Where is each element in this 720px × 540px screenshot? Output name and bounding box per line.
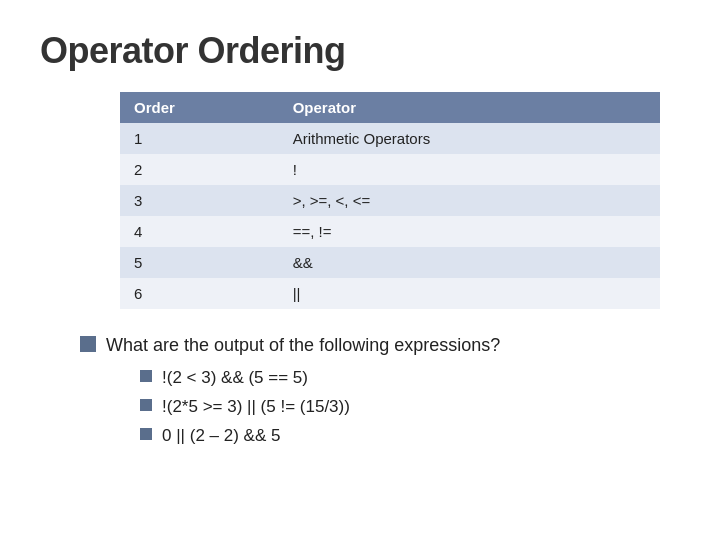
cell-order: 5: [120, 247, 279, 278]
cell-operator: &&: [279, 247, 660, 278]
table-container: Order Operator 1Arithmetic Operators2!3>…: [120, 92, 660, 309]
content-section: What are the output of the following exp…: [80, 333, 680, 448]
table-row: 1Arithmetic Operators: [120, 123, 660, 154]
cell-operator: !: [279, 154, 660, 185]
table-row: 3>, >=, <, <=: [120, 185, 660, 216]
operator-table: Order Operator 1Arithmetic Operators2!3>…: [120, 92, 660, 309]
sub-bullet-text: !(2*5 >= 3) || (5 != (15/3)): [162, 395, 350, 419]
sub-bullet-text: !(2 < 3) && (5 == 5): [162, 366, 308, 390]
sub-bullet-item: !(2 < 3) && (5 == 5): [140, 366, 680, 390]
cell-order: 3: [120, 185, 279, 216]
cell-operator: ||: [279, 278, 660, 309]
cell-operator: ==, !=: [279, 216, 660, 247]
main-bullet-text: What are the output of the following exp…: [106, 333, 500, 358]
sub-bullet-text: 0 || (2 – 2) && 5: [162, 424, 280, 448]
sub-bullet-item: 0 || (2 – 2) && 5: [140, 424, 680, 448]
sub-bullets-container: !(2 < 3) && (5 == 5)!(2*5 >= 3) || (5 !=…: [140, 366, 680, 447]
col-header-order: Order: [120, 92, 279, 123]
cell-operator: >, >=, <, <=: [279, 185, 660, 216]
table-header-row: Order Operator: [120, 92, 660, 123]
cell-order: 4: [120, 216, 279, 247]
page: Operator Ordering Order Operator 1Arithm…: [0, 0, 720, 540]
table-row: 6||: [120, 278, 660, 309]
cell-order: 6: [120, 278, 279, 309]
main-bullet-icon: [80, 336, 96, 352]
page-title: Operator Ordering: [40, 30, 680, 72]
cell-operator: Arithmetic Operators: [279, 123, 660, 154]
table-row: 4==, !=: [120, 216, 660, 247]
cell-order: 2: [120, 154, 279, 185]
cell-order: 1: [120, 123, 279, 154]
table-row: 2!: [120, 154, 660, 185]
sub-bullet-icon: [140, 428, 152, 440]
sub-bullet-icon: [140, 399, 152, 411]
main-bullet-item: What are the output of the following exp…: [80, 333, 680, 358]
sub-bullet-item: !(2*5 >= 3) || (5 != (15/3)): [140, 395, 680, 419]
col-header-operator: Operator: [279, 92, 660, 123]
table-row: 5&&: [120, 247, 660, 278]
sub-bullet-icon: [140, 370, 152, 382]
